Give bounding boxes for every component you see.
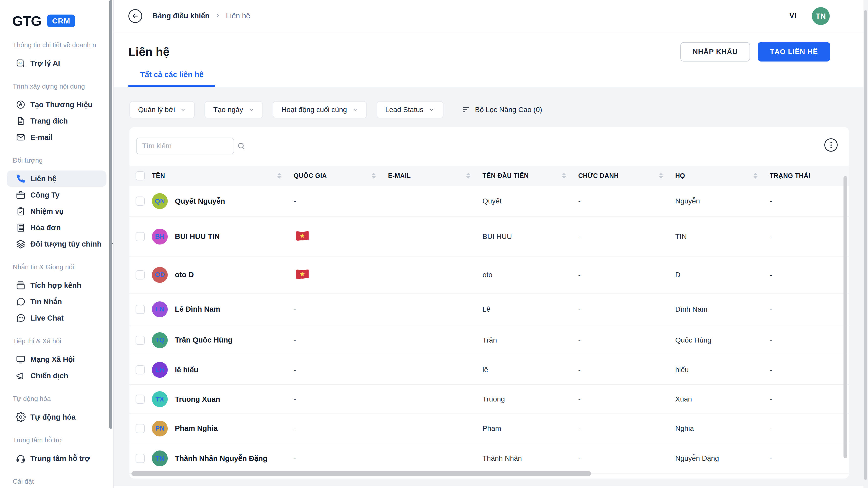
page-scrollbar[interactable] <box>863 0 868 488</box>
column-header-email[interactable]: E-MAIL <box>388 172 483 180</box>
sidebar-item-live-chat[interactable]: Live Chat <box>7 310 106 326</box>
table-row[interactable]: TN Thành Nhân Nguyễn Đặng - Thành Nhân -… <box>129 443 849 474</box>
filter-created-date[interactable]: Tạo ngày <box>205 101 263 119</box>
sidebar-item-social-network[interactable]: Mạng Xã Hội <box>7 351 106 367</box>
row-checkbox[interactable] <box>135 305 145 314</box>
sidebar-item-email[interactable]: E-mail <box>7 129 106 145</box>
table-row[interactable]: BH BUI HUU TIN BUI HUU - TIN - <box>129 217 849 257</box>
sidebar-item-automation[interactable]: Tự động hóa <box>7 409 106 425</box>
row-checkbox[interactable] <box>135 270 145 280</box>
table-row[interactable]: PN Pham Nghia - Pham - Nghia - <box>129 414 849 443</box>
language-selector[interactable]: VI <box>789 12 797 20</box>
section-content-builder: Trình xây dựng nội dung <box>0 82 113 91</box>
filter-managed-by[interactable]: Quản lý bởi <box>129 101 195 119</box>
landing-page-icon <box>16 116 26 126</box>
contact-name[interactable]: Pham Nghia <box>175 424 218 433</box>
last-name-cell: Quốc Hùng <box>675 336 770 344</box>
sort-icon[interactable] <box>372 173 376 178</box>
avatar: TQ <box>152 332 168 348</box>
sidebar-item-custom-objects[interactable]: Đối tượng tùy chỉnh <box>7 236 106 252</box>
search-input[interactable] <box>136 142 237 150</box>
sidebar-item-create-brand[interactable]: Tạo Thương Hiệu <box>7 96 106 113</box>
sidebar-item-landing-page[interactable]: Trang đích <box>7 113 106 129</box>
sidebar-scrollbar[interactable] <box>109 0 112 429</box>
row-checkbox[interactable] <box>135 197 145 206</box>
row-checkbox[interactable] <box>135 424 145 433</box>
sort-icon[interactable] <box>659 173 663 178</box>
search-box <box>136 137 234 154</box>
status-cell: - <box>770 232 849 241</box>
row-checkbox[interactable] <box>135 365 145 375</box>
job-title-cell: - <box>578 424 675 433</box>
row-checkbox[interactable] <box>135 454 145 463</box>
contact-name[interactable]: BUI HUU TIN <box>175 232 220 241</box>
avatar: LN <box>152 301 168 317</box>
contact-name[interactable]: Truong Xuan <box>175 395 220 403</box>
table-row[interactable]: TQ Trần Quốc Hùng - Trần - Quốc Hùng - <box>129 325 849 355</box>
sidebar-item-support-center[interactable]: Trung tâm hỗ trợ <box>7 450 106 466</box>
table-horizontal-scrollbar[interactable] <box>131 471 591 476</box>
country-cell <box>293 268 388 281</box>
job-title-cell: - <box>578 366 675 374</box>
table-row[interactable]: QN Quyết Nguyễn - Quyết - Nguyễn - <box>129 186 849 217</box>
column-header-job-title[interactable]: CHỨC DANH <box>578 172 675 180</box>
table-row[interactable]: LH lê hiếu - lê - hiếu - <box>129 355 849 385</box>
first-name-cell: Trần <box>483 336 578 344</box>
row-checkbox[interactable] <box>135 336 145 345</box>
sort-icon[interactable] <box>277 173 281 178</box>
status-cell: - <box>770 454 849 462</box>
column-header-last-name[interactable]: HỌ <box>675 172 770 180</box>
sidebar-item-contacts[interactable]: Liên hệ <box>7 170 106 187</box>
sidebar-item-channel-integration[interactable]: Tích hợp kênh <box>7 277 106 294</box>
table-body: QN Quyết Nguyễn - Quyết - Nguyễn - BH BU… <box>129 186 849 474</box>
column-header-name[interactable]: TÊN <box>152 172 293 180</box>
contact-name[interactable]: oto D <box>175 270 194 279</box>
country-cell: - <box>293 197 388 205</box>
search-icon <box>237 142 246 150</box>
first-name-cell: Pham <box>483 424 578 433</box>
sidebar-item-invoices[interactable]: Hóa đơn <box>7 220 106 236</box>
contact-name[interactable]: Lê Đình Nam <box>175 305 220 314</box>
user-avatar[interactable]: TN <box>812 7 830 25</box>
row-checkbox[interactable] <box>135 395 145 404</box>
column-header-status[interactable]: TRẠNG THÁI <box>770 172 849 180</box>
table-row[interactable]: OD oto D oto - D - <box>129 257 849 294</box>
back-button[interactable] <box>128 9 142 23</box>
sidebar-item-companies[interactable]: Công Ty <box>7 187 106 203</box>
first-name-cell: Truong <box>483 395 578 403</box>
megaphone-icon <box>16 370 26 381</box>
message-bubble-icon <box>16 297 26 307</box>
advanced-filter-button[interactable]: Bộ Lọc Nâng Cao (0) <box>462 106 542 114</box>
table-options-button[interactable] <box>824 138 838 152</box>
column-header-country[interactable]: QUỐC GIA <box>293 172 388 180</box>
sidebar-item-ai-assistant[interactable]: AI Trợ lý AI <box>7 55 106 71</box>
contacts-table-card: TÊN QUỐC GIA E-MAIL TÊN ĐẦU TIÊN CHỨC DA… <box>129 127 849 479</box>
table-row[interactable]: LN Lê Đình Nam - Lê - Đình Nam - <box>129 294 849 325</box>
breadcrumb-dashboard[interactable]: Bảng điều khiển <box>152 12 210 20</box>
create-contact-button[interactable]: TẠO LIÊN HỆ <box>758 42 830 62</box>
contact-name[interactable]: Quyết Nguyễn <box>175 197 225 205</box>
contact-name[interactable]: lê hiếu <box>175 366 198 374</box>
import-button[interactable]: NHẬP KHẨU <box>680 42 750 62</box>
contact-name[interactable]: Thành Nhân Nguyễn Đặng <box>175 454 268 463</box>
first-name-cell: Thành Nhân <box>483 454 578 462</box>
sort-icon[interactable] <box>562 173 566 178</box>
filter-last-activity[interactable]: Hoạt động cuối cùng <box>273 101 367 119</box>
sort-icon[interactable] <box>753 173 757 178</box>
tab-all-contacts[interactable]: Tất cả các liên hệ <box>128 70 215 87</box>
table-row[interactable]: TX Truong Xuan - Truong - Xuan - <box>129 385 849 414</box>
filter-lead-status[interactable]: Lead Status <box>377 101 443 119</box>
gear-icon <box>16 412 26 422</box>
contact-name[interactable]: Trần Quốc Hùng <box>175 336 232 344</box>
sidebar-item-tasks[interactable]: Nhiệm vụ <box>7 203 106 220</box>
sidebar-item-messages[interactable]: Tin Nhắn <box>7 294 106 310</box>
select-all-checkbox[interactable] <box>135 171 145 181</box>
column-header-first-name[interactable]: TÊN ĐẦU TIÊN <box>483 172 578 180</box>
brand-pen-icon <box>16 100 26 110</box>
country-cell: - <box>293 305 388 314</box>
inbox-tray-icon <box>16 280 26 290</box>
row-checkbox[interactable] <box>135 232 145 241</box>
sidebar-item-campaigns[interactable]: Chiến dịch <box>7 367 106 384</box>
table-vertical-scrollbar[interactable] <box>843 176 847 458</box>
sort-icon[interactable] <box>466 173 470 178</box>
